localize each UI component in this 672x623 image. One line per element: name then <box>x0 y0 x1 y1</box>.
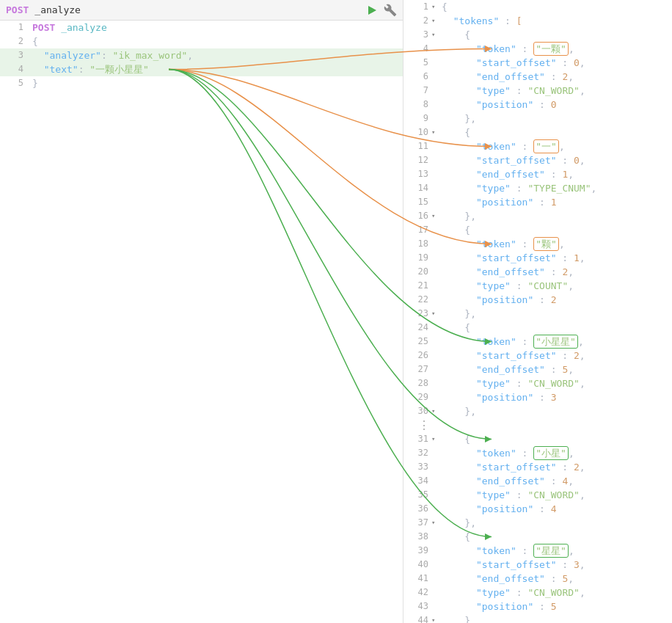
right-line-num-38: 38 <box>403 530 431 544</box>
right-line-num-13: 13 <box>403 167 431 181</box>
right-line-content-11: "token" : "一", <box>439 139 672 153</box>
right-line-num-26: 26 <box>403 349 431 362</box>
right-line-num-22: 22 <box>403 293 431 307</box>
right-line-num-20: 20 <box>403 265 431 279</box>
right-line-num-16: 16 <box>403 209 431 223</box>
right-line-num-29: 29 <box>403 390 431 404</box>
right-line-num-23: 23 <box>403 307 431 321</box>
right-line-7: 7 "type" : "CN_WORD", <box>403 84 672 98</box>
right-line-num-28: 28 <box>403 376 431 390</box>
right-panel: 1▾{2▾ "tokens" : [3▾ {4 "token" : "一颗",5… <box>403 0 672 623</box>
fold-arrow-1[interactable]: ▾ <box>431 0 439 14</box>
right-line-content-21: "type" : "COUNT", <box>439 279 672 293</box>
right-line-content-3: { <box>439 28 672 42</box>
wrench-icon[interactable] <box>384 4 397 17</box>
right-line-content-16: }, <box>439 209 672 223</box>
fold-arrow-10[interactable]: ▾ <box>431 125 439 139</box>
right-line-num-9: 9 <box>403 112 431 125</box>
right-line-41: 41 "end_offset" : 5, <box>403 572 672 586</box>
right-line-num-42: 42 <box>403 586 431 600</box>
line-num-2: 2 <box>0 34 29 48</box>
right-line-num-36: 36 <box>403 502 431 516</box>
right-line-29: 29 "position" : 3 <box>403 390 672 404</box>
line-num-1: 1 <box>0 21 29 34</box>
left-line-5: 5 } <box>0 76 403 90</box>
endpoint-label: _analyze <box>34 4 81 15</box>
play-icon[interactable] <box>366 4 378 16</box>
right-line-28: 28 "type" : "CN_WORD", <box>403 376 672 390</box>
line-content-2: { <box>29 34 403 48</box>
ellipsis-separator: ⋮ <box>403 418 672 432</box>
right-line-num-33: 33 <box>403 460 431 474</box>
right-line-content-20: "end_offset" : 2, <box>439 265 672 279</box>
line-content-5: } <box>29 76 403 90</box>
right-line-num-25: 25 <box>403 335 431 349</box>
right-line-num-15: 15 <box>403 195 431 209</box>
right-line-36: 36 "position" : 4 <box>403 502 672 516</box>
fold-arrow-16[interactable]: ▾ <box>431 209 439 223</box>
fold-arrow-23[interactable]: ▾ <box>431 307 439 321</box>
right-line-11: 11 "token" : "一", <box>403 139 672 153</box>
right-line-21: 21 "type" : "COUNT", <box>403 279 672 293</box>
right-line-content-29: "position" : 3 <box>439 390 672 404</box>
right-line-9: 9 }, <box>403 112 672 125</box>
right-line-content-40: "start_offset" : 3, <box>439 558 672 572</box>
right-line-content-15: "position" : 1 <box>439 195 672 209</box>
right-line-content-13: "end_offset" : 1, <box>439 167 672 181</box>
right-line-content-44: } <box>439 613 672 623</box>
right-line-content-24: { <box>439 321 672 335</box>
right-line-23: 23▾ }, <box>403 307 672 321</box>
left-line-2: 2 { <box>0 34 403 48</box>
fold-arrow-3[interactable]: ▾ <box>431 28 439 42</box>
right-line-content-26: "start_offset" : 2, <box>439 349 672 362</box>
right-line-num-34: 34 <box>403 474 431 488</box>
line-num-5: 5 <box>0 76 29 90</box>
right-line-40: 40 "start_offset" : 3, <box>403 558 672 572</box>
right-line-5: 5 "start_offset" : 0, <box>403 56 672 70</box>
right-line-num-1: 1 <box>403 0 431 14</box>
right-line-content-32: "token" : "小星", <box>439 446 672 460</box>
left-code-area: 1 POST _analyze 2 { 3 "analyzer": "ik_ma… <box>0 21 403 623</box>
right-line-num-31: 31 <box>403 432 431 446</box>
right-line-42: 42 "type" : "CN_WORD", <box>403 586 672 600</box>
right-line-10: 10▾ { <box>403 125 672 139</box>
right-line-num-41: 41 <box>403 572 431 586</box>
right-line-num-30: 30 <box>403 404 431 418</box>
right-line-content-5: "start_offset" : 0, <box>439 56 672 70</box>
right-line-content-25: "token" : "小星星", <box>439 335 672 349</box>
right-line-content-1: { <box>439 0 672 14</box>
right-line-44: 44▾ } <box>403 613 672 623</box>
right-line-content-37: }, <box>439 516 672 530</box>
right-line-num-44: 44 <box>403 613 431 623</box>
right-line-num-39: 39 <box>403 544 431 558</box>
right-line-38: 38 { <box>403 530 672 544</box>
right-line-13: 13 "end_offset" : 1, <box>403 167 672 181</box>
right-line-content-43: "position" : 5 <box>439 600 672 613</box>
right-line-15: 15 "position" : 1 <box>403 195 672 209</box>
fold-arrow-2[interactable]: ▾ <box>431 14 439 28</box>
right-line-22: 22 "position" : 2 <box>403 293 672 307</box>
right-line-num-24: 24 <box>403 321 431 335</box>
right-line-num-35: 35 <box>403 488 431 502</box>
right-line-content-36: "position" : 4 <box>439 502 672 516</box>
fold-arrow-44[interactable]: ▾ <box>431 613 439 623</box>
right-line-content-38: { <box>439 530 672 544</box>
right-line-content-30: }, <box>439 404 672 418</box>
right-line-content-10: { <box>439 125 672 139</box>
right-line-18: 18 "token" : "颗", <box>403 237 672 251</box>
right-line-content-4: "token" : "一颗", <box>439 42 672 56</box>
right-line-content-14: "type" : "TYPE_CNUM", <box>439 181 672 195</box>
left-panel: POST _analyze 1 POST _analyze 2 { 3 "ana… <box>0 0 403 623</box>
right-line-1: 1▾{ <box>403 0 672 14</box>
fold-arrow-37[interactable]: ▾ <box>431 516 439 530</box>
right-line-num-32: 32 <box>403 446 431 460</box>
right-line-num-14: 14 <box>403 181 431 195</box>
right-line-content-31: { <box>439 432 672 446</box>
fold-arrow-31[interactable]: ▾ <box>431 432 439 446</box>
right-line-3: 3▾ { <box>403 28 672 42</box>
right-line-8: 8 "position" : 0 <box>403 98 672 112</box>
right-line-num-4: 4 <box>403 42 431 56</box>
fold-arrow-30[interactable]: ▾ <box>431 404 439 418</box>
right-line-26: 26 "start_offset" : 2, <box>403 349 672 362</box>
right-line-content-41: "end_offset" : 5, <box>439 572 672 586</box>
